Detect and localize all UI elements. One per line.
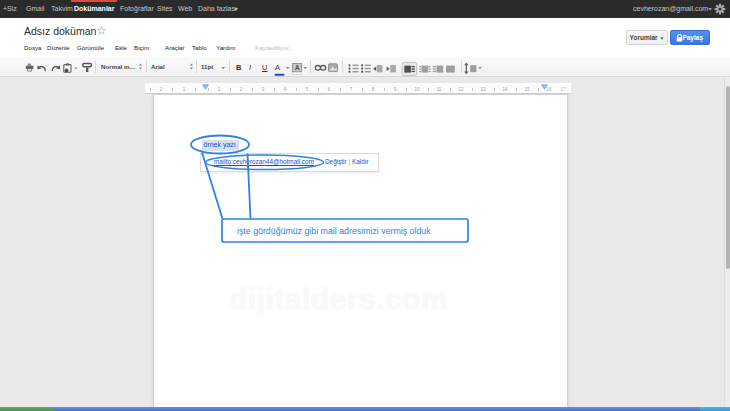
svg-text:işte gördüğümüz gibi mail adre: işte gördüğümüz gibi mail adresimizi ver… [237,226,431,236]
